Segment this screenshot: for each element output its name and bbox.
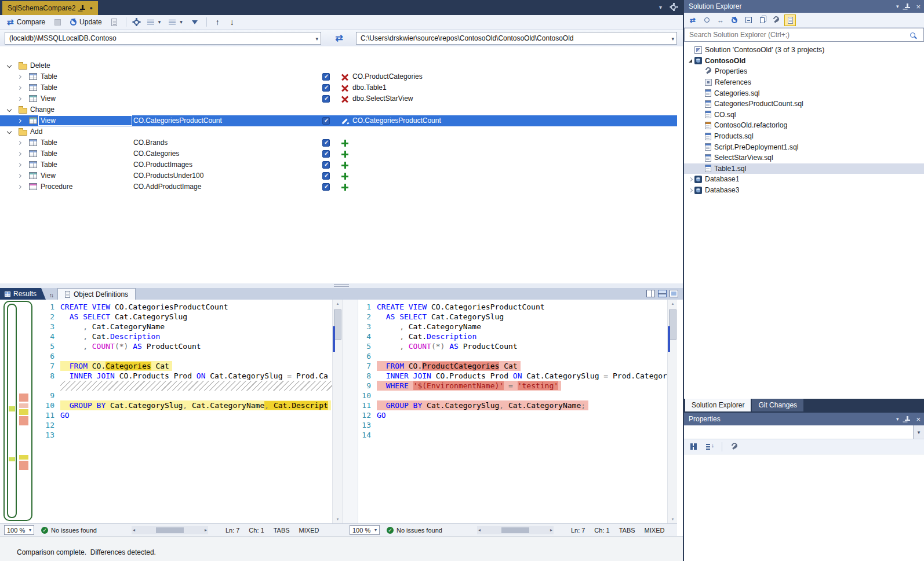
swap-source-target-button[interactable]: ⇄ (325, 31, 354, 45)
tree-item[interactable]: CategoriesProductCount.sql (684, 99, 924, 110)
grid-row[interactable]: ProcedureCO.AddProductImage (0, 181, 677, 192)
chevron-collapsed-icon[interactable] (17, 86, 21, 90)
chevron-expanded-icon[interactable] (689, 59, 692, 63)
scroll-left-icon[interactable]: ◂ (133, 527, 135, 533)
tab-git-changes[interactable]: Git Changes (752, 399, 803, 411)
tree-item[interactable]: Solution 'ContosoOld' (3 of 3 projects) (684, 45, 924, 56)
include-checkbox[interactable] (322, 73, 330, 81)
filter-button[interactable] (188, 19, 201, 26)
close-icon[interactable]: × (916, 416, 921, 423)
horizontal-scrollbar[interactable]: ◂ ▸ (132, 526, 208, 534)
split-horizontal-icon[interactable] (658, 290, 667, 297)
tree-item[interactable]: References (684, 77, 924, 88)
grid-group-row[interactable]: Change (0, 104, 677, 115)
scroll-right-icon[interactable]: ▸ (550, 527, 552, 533)
tree-item[interactable]: SelectStarView.sql (684, 152, 924, 163)
chevron-collapsed-icon[interactable] (17, 185, 21, 189)
chevron-collapsed-icon[interactable] (17, 174, 21, 178)
tree-item[interactable]: Database1 (684, 174, 924, 185)
generate-script-icon[interactable] (111, 19, 117, 26)
properties-button[interactable] (770, 14, 782, 26)
update-button[interactable]: Update (68, 17, 104, 27)
inline-diff-icon[interactable] (670, 290, 678, 297)
categorized-button[interactable] (687, 441, 699, 453)
tab-object-definitions[interactable]: Object Definitions (57, 288, 136, 300)
grid-group-row[interactable]: Delete (0, 60, 677, 71)
grid-group-row[interactable]: Add (0, 126, 677, 137)
chevron-collapsed-icon[interactable] (17, 141, 21, 145)
horizontal-splitter[interactable] (0, 283, 683, 288)
tree-item[interactable]: Script.PreDeployment1.sql (684, 141, 924, 152)
target-connection-combobox[interactable]: C:\Users\drskwier\source\repos\ContosoOl… (356, 32, 677, 45)
window-options-gear-icon[interactable] (671, 5, 676, 10)
tree-item[interactable]: Categories.sql (684, 88, 924, 99)
tree-item[interactable]: ContosoOld.refactorlog (684, 120, 924, 131)
grid-row[interactable]: TableCO.ProductImages (0, 159, 677, 170)
tree-item[interactable]: Database3 (684, 185, 924, 196)
include-checkbox[interactable] (322, 150, 330, 158)
horizontal-scrollbar[interactable]: ◂ ▸ (477, 526, 554, 534)
grid-row[interactable]: ViewCO.CategoriesProductCountCO.Categori… (0, 115, 677, 126)
chevron-collapsed-icon[interactable] (17, 75, 21, 79)
properties-titlebar[interactable]: Properties ▾ × (684, 413, 924, 425)
chevron-down-icon[interactable]: ▾ (913, 425, 924, 439)
chevron-collapsed-icon[interactable] (17, 152, 21, 156)
grid-row[interactable]: TableCO.Categories (0, 148, 677, 159)
chevron-collapsed-icon[interactable] (17, 119, 21, 123)
window-position-icon[interactable]: ▾ (896, 3, 899, 9)
previous-difference-button[interactable]: ↑ (212, 17, 223, 27)
chevron-collapsed-icon[interactable] (688, 177, 692, 181)
tree-item[interactable]: Properties (684, 66, 924, 77)
close-icon[interactable]: × (916, 3, 921, 10)
solution-explorer-search[interactable]: Search Solution Explorer (Ctrl+;) (684, 28, 924, 42)
pin-icon[interactable] (904, 3, 910, 10)
window-position-icon[interactable]: ▾ (896, 416, 899, 422)
filter-checklist-button[interactable]: ▾ (145, 18, 163, 26)
left-editor-scrollbar[interactable]: ▴ ▾ (332, 300, 342, 523)
scrollbar-thumb[interactable] (156, 527, 184, 533)
grid-row[interactable]: Tabledbo.Table1 (0, 82, 677, 93)
include-checkbox[interactable] (322, 95, 330, 103)
grid-row[interactable]: ViewCO.ProductsUnder100 (0, 170, 677, 181)
grid-row[interactable]: TableCO.ProductCategories (0, 71, 677, 82)
include-checkbox[interactable] (322, 183, 330, 191)
properties-object-combobox[interactable]: ▾ (684, 425, 924, 439)
compare-button[interactable]: ⇄ Compare (5, 16, 48, 28)
include-checkbox[interactable] (322, 117, 330, 125)
include-checkbox[interactable] (322, 161, 330, 169)
switch-views-button[interactable]: ↔ (715, 14, 726, 26)
search-icon[interactable] (910, 32, 915, 38)
include-checkbox[interactable] (322, 139, 330, 147)
chevron-collapsed-icon[interactable] (17, 163, 21, 167)
property-pages-button[interactable] (729, 441, 740, 453)
tree-item[interactable]: Table1.sql (684, 163, 924, 174)
scroll-up-icon[interactable]: ▴ (333, 301, 343, 306)
tree-item[interactable]: CO.sql (684, 110, 924, 121)
grid-row[interactable]: Viewdbo.SelectStarView (0, 93, 677, 104)
right-editor-scrollbar[interactable]: ▴ ▾ (667, 300, 677, 523)
chevron-collapsed-icon[interactable] (17, 97, 21, 101)
tab-results[interactable]: Results (0, 288, 46, 300)
group-by-button[interactable]: ▾ (166, 18, 185, 26)
collapse-all-button[interactable] (743, 14, 754, 26)
sort-results-button[interactable]: ↑↓ (46, 292, 57, 300)
tab-solution-explorer[interactable]: Solution Explorer (685, 399, 751, 411)
diff-overview-margin[interactable] (3, 301, 32, 521)
compare-options-button[interactable] (132, 19, 141, 26)
chevron-expanded-icon[interactable] (7, 107, 12, 112)
chevron-expanded-icon[interactable] (7, 63, 12, 68)
scrollbar-thumb[interactable] (501, 527, 529, 533)
document-tab[interactable]: SqlSchemaCompare2 ● (2, 1, 98, 15)
tab-list-dropdown-icon[interactable]: ▾ (659, 4, 662, 10)
show-all-files-button[interactable] (756, 14, 768, 26)
zoom-selector[interactable]: 100 %▾ (350, 525, 380, 535)
sync-with-active-document-button[interactable]: ⇄ (687, 14, 699, 26)
chevron-collapsed-icon[interactable] (688, 188, 692, 192)
pin-icon[interactable] (904, 416, 910, 422)
scroll-down-icon[interactable]: ▾ (668, 517, 678, 522)
scroll-down-icon[interactable]: ▾ (333, 517, 343, 522)
tree-item[interactable]: Products.sql (684, 131, 924, 142)
next-difference-button[interactable]: ↓ (227, 17, 238, 27)
pin-icon[interactable] (79, 5, 85, 12)
scroll-left-icon[interactable]: ◂ (478, 527, 481, 533)
